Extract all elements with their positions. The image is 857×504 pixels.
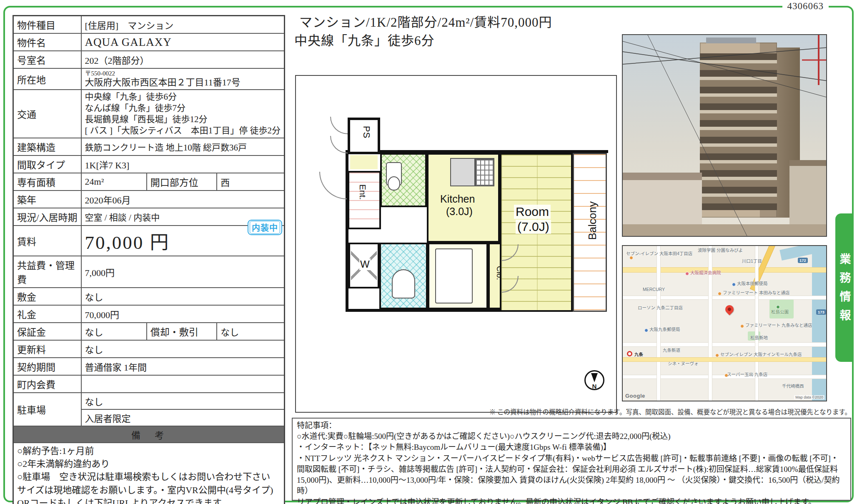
map-copyright: Map data ©2020 bbox=[794, 395, 824, 399]
table-row: 建築構造 鉄筋コンクリート造 地上10階 総戸数36戸 bbox=[13, 138, 285, 155]
ps-room: PS bbox=[348, 118, 380, 154]
disclaimer-note: ※ この資料は物件の概略紹介資料になります。写真、間取図面、設備、概要などが現況… bbox=[489, 407, 851, 416]
remarks-line: ○駐車場 空き状況は駐車場検索もしくはお問い合わせ下さい サイズは現地確認をお願… bbox=[17, 470, 281, 504]
row-value: 入居者限定 bbox=[81, 409, 285, 426]
building-photo bbox=[622, 34, 827, 237]
table-row: 契約期間 普通借家 1年間 bbox=[13, 358, 285, 375]
row-value: 〒550-0022 大阪府大阪市西区本田２丁目11番17号 bbox=[81, 68, 285, 90]
row-label: 更新料 bbox=[13, 340, 81, 358]
interior-work-badge: 内装中 bbox=[248, 220, 282, 235]
row-label: 保証金 bbox=[13, 323, 81, 340]
station-icon bbox=[627, 351, 632, 356]
row-value: なし bbox=[81, 323, 147, 340]
kitchen-label: Kitchen bbox=[440, 193, 475, 205]
poi-marker bbox=[740, 324, 744, 328]
google-logo: Google bbox=[625, 393, 645, 399]
poi-marker bbox=[629, 256, 633, 260]
row-label: 現況/入居時期 bbox=[13, 208, 81, 226]
storage-strip bbox=[350, 155, 378, 169]
bathroom bbox=[379, 243, 428, 309]
row-value: 202（2階部分） bbox=[81, 51, 285, 68]
row-label: 号室名 bbox=[13, 51, 81, 68]
map-road bbox=[623, 296, 827, 299]
remarks-body-row: ○解約予告:1ヶ月前 ○2年未満解約違約あり ○駐車場 空き状況は駐車場検索もし… bbox=[13, 443, 285, 504]
table-row: 物件名 AQUA GALAXY bbox=[13, 33, 285, 51]
remarks-line: ○解約予告:1ヶ月前 bbox=[17, 444, 281, 457]
access-line: 長堀鶴見線「西長堀」徒歩12分 bbox=[85, 114, 281, 125]
map-label: MERCURY bbox=[643, 287, 665, 292]
remarks-header-row: 備 考 bbox=[13, 426, 285, 443]
row-label: 礼金 bbox=[13, 305, 81, 323]
summary-line-2: 中央線「九条」徒歩6分 bbox=[294, 30, 435, 49]
notes-title: 特記事項： bbox=[297, 420, 846, 431]
row-label: 賃料 bbox=[13, 226, 81, 256]
remarks-body: ○解約予告:1ヶ月前 ○2年未満解約違約あり ○駐車場 空き状況は駐車場検索もし… bbox=[13, 443, 285, 504]
rent-value-cell: 70,000 円 内装中 bbox=[81, 226, 285, 256]
row-value: 7,000円 bbox=[81, 256, 285, 288]
row-label: 契約期間 bbox=[13, 358, 81, 375]
table-row: 敷金 なし bbox=[13, 288, 285, 305]
row-value: [住居用] マンション bbox=[81, 16, 285, 34]
bath-unit bbox=[428, 243, 488, 309]
map-park bbox=[769, 299, 794, 318]
wall bbox=[346, 150, 608, 153]
table-row: 駐車場 なし bbox=[13, 393, 285, 409]
row-label: 間取タイプ bbox=[13, 155, 81, 173]
map-label: 松島新地 bbox=[750, 335, 768, 340]
door-arc bbox=[319, 172, 347, 199]
map-label: シネ・ヌーヴォ bbox=[668, 361, 699, 366]
poi-marker bbox=[776, 305, 780, 309]
floorplan-drawing: PS Ent. W Kitchen (3.0J) bbox=[323, 138, 606, 318]
map-label: 波除学園 分園なみびよ bbox=[698, 248, 743, 253]
business-info-tab-label: 業務情報 bbox=[837, 247, 853, 328]
map-main-road bbox=[623, 268, 827, 272]
table-row: 現況/入居時期 空室 / 相談 / 内装中 bbox=[13, 208, 285, 226]
row-value: 中央線「九条」徒歩6分 なんば線「九条」徒歩7分 長堀鶴見線「西長堀」徒歩12分… bbox=[81, 90, 285, 138]
document-number: 4306063 bbox=[782, 1, 829, 12]
row-label: 町内会費 bbox=[13, 375, 81, 393]
row-value: 2020年06月 bbox=[81, 191, 285, 208]
property-pin bbox=[724, 303, 735, 315]
map-label: 大阪九条郵便局 bbox=[649, 327, 680, 332]
map-road bbox=[623, 343, 827, 346]
door-arc bbox=[330, 136, 348, 153]
table-row: 共益費・管理費 7,000円 bbox=[13, 256, 285, 288]
bathtub-icon bbox=[392, 269, 415, 298]
property-table: 物件種目 [住居用] マンション 物件名 AQUA GALAXY 号室名 202… bbox=[13, 15, 285, 504]
row-value: AQUA GALAXY bbox=[81, 33, 285, 51]
access-line: なんば線「九条」徒歩7分 bbox=[85, 103, 281, 114]
interior-work-badge-text: 内装中 bbox=[250, 221, 280, 234]
row-value: 鉄筋コンクリート造 地上10階 総戸数36戸 bbox=[81, 138, 285, 155]
row-label: 築年 bbox=[13, 191, 81, 208]
room-label: Room bbox=[514, 205, 551, 219]
special-notes-panel: 特記事項： ○水道代:実費○駐輪場:500円(空きがあるかはご確認ください)○ハ… bbox=[292, 418, 851, 501]
table-row: 保証金 なし 償却・敷引 なし bbox=[13, 323, 285, 340]
poi-marker bbox=[685, 272, 689, 276]
row-value: なし bbox=[81, 340, 285, 358]
route-shield: 172 bbox=[798, 258, 808, 263]
row-value bbox=[81, 375, 285, 393]
sink-icon bbox=[450, 158, 475, 186]
table-row: 号室名 202（2階部分） bbox=[13, 51, 285, 68]
kitchen-room: Kitchen (3.0J) bbox=[427, 153, 500, 243]
map-label: セブン-イレブン 大阪本田4丁目店 bbox=[626, 251, 692, 256]
map-label: 大阪掘済会病院 bbox=[690, 270, 721, 275]
row-subvalue: 西 bbox=[217, 173, 284, 191]
access-line: [ バス ]「大阪シティバス 本田1丁目」停 徒歩2分 bbox=[85, 125, 281, 136]
door-arc bbox=[330, 117, 348, 134]
row-value: 1K[洋7 K3] bbox=[81, 155, 285, 173]
map-label: 千代崎橋西 bbox=[782, 384, 804, 389]
balcony: Balcony bbox=[573, 153, 607, 312]
entrance-label: Ent. bbox=[358, 184, 368, 200]
notes-line: リアプロ管理・レインズ上では申込状況を更新しておりません。最新の申込状況はイタン… bbox=[297, 497, 846, 504]
toilet-bowl-icon bbox=[388, 176, 400, 191]
remarks-line: ○2年未満解約違約あり bbox=[17, 457, 281, 470]
poi-marker bbox=[644, 328, 648, 332]
compass-needle bbox=[591, 373, 598, 382]
stove-icon bbox=[475, 158, 494, 186]
map-road bbox=[623, 358, 827, 361]
floorplan-panel: PS Ent. W Kitchen (3.0J) bbox=[295, 75, 617, 413]
poi-marker bbox=[732, 283, 736, 286]
table-row: 交通 中央線「九条」徒歩6分 なんば線「九条」徒歩7分 長堀鶴見線「西長堀」徒歩… bbox=[13, 90, 285, 138]
row-label: 共益費・管理費 bbox=[13, 256, 81, 288]
